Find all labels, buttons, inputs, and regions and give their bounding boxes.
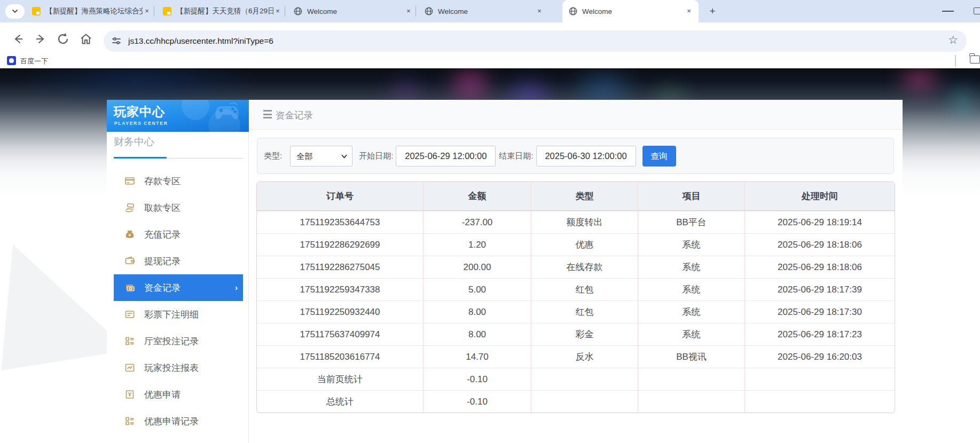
- table-cell: 1751192286292699: [257, 234, 423, 256]
- browser-tab-3[interactable]: Welcome×: [287, 0, 418, 22]
- bookmarks-folder-icon[interactable]: [970, 56, 980, 64]
- table-cell: 系统: [638, 234, 744, 256]
- tab-close-icon[interactable]: ×: [143, 7, 151, 15]
- sidebar-item-取款专区[interactable]: 取款专区: [114, 194, 243, 221]
- moneybag-icon: ¥: [125, 230, 135, 239]
- tab-divider: [415, 6, 416, 17]
- sidebar-item-label: 存款专区: [144, 175, 181, 187]
- table-cell: BB平台: [638, 211, 744, 233]
- table-row: 17511922862926991.20优惠系统2025-06-29 18:18…: [257, 233, 895, 256]
- reload-button[interactable]: [55, 31, 71, 47]
- sidebar-item-label: 玩家投注报表: [144, 362, 199, 374]
- forum-favicon: [163, 7, 171, 15]
- table-row: 17511756374099748.00彩金系统2025-06-29 18:17…: [257, 323, 895, 345]
- bookmarks-separator: [955, 55, 956, 67]
- tab-close-icon[interactable]: ×: [535, 7, 544, 15]
- sidebar-item-玩家投注报表[interactable]: 玩家投注报表: [114, 354, 243, 381]
- sidebar-subtitle: PLAYERS CENTER: [114, 121, 168, 126]
- back-button[interactable]: [9, 31, 25, 47]
- table-cell: 额度转出: [531, 211, 638, 233]
- tab-search-chevron-button[interactable]: [5, 4, 25, 19]
- globe-favicon: [425, 7, 433, 15]
- table-cell: 在线存款: [531, 256, 638, 278]
- browser-tab-2[interactable]: 【新提醒】天天竞猜（6月29日×: [156, 0, 287, 22]
- table-cell: 1751185203616774: [257, 346, 423, 368]
- select-chevron-icon: [341, 154, 347, 159]
- bookmark-star-icon[interactable]: ☆: [948, 34, 958, 46]
- table-cell: 2025-06-29 18:17:39: [744, 279, 895, 300]
- sidebar-section-label: 财务中心: [114, 135, 154, 149]
- list-grid-icon: [125, 336, 135, 346]
- sidebar-item-label: 彩票下注明细: [144, 308, 199, 321]
- chevron-right-icon: ›: [235, 283, 238, 292]
- sidebar-item-优惠申请记录[interactable]: 优惠申请记录: [114, 408, 243, 434]
- window-minimize-button[interactable]: [942, 11, 954, 12]
- table-cell: 1751175637409974: [257, 323, 423, 345]
- type-select[interactable]: 全部: [290, 146, 352, 167]
- table-row: 当前页统计-0.10: [257, 368, 895, 390]
- window-maximize-button[interactable]: [974, 7, 980, 14]
- start-date-label: 开始日期:: [359, 151, 393, 161]
- content-title-bar: 资金记录: [249, 100, 903, 130]
- start-date-input[interactable]: 2025-06-29 12:00:00: [396, 146, 496, 167]
- table-cell: -0.10: [423, 391, 531, 413]
- site-info-icon[interactable]: [112, 36, 122, 46]
- table-row: 总统计-0.10: [257, 390, 895, 413]
- tab-divider: [154, 6, 154, 17]
- end-date-input[interactable]: 2025-06-30 12:00:00: [536, 146, 636, 167]
- type-label: 类型:: [264, 151, 282, 161]
- browser-tab-5[interactable]: Welcome×: [562, 0, 699, 22]
- tab-close-icon[interactable]: ×: [685, 7, 693, 15]
- sidebar-item-优惠申请[interactable]: 优惠申请: [114, 381, 243, 408]
- browser-tab-4[interactable]: Welcome×: [418, 0, 549, 22]
- url-omnibox[interactable]: js13.cc/hhcp/usercenter.html?iniType=6 ☆: [104, 30, 967, 52]
- browser-tab-1[interactable]: 【新提醒】海燕策略论坛综合交×: [26, 0, 156, 22]
- new-tab-button[interactable]: +: [706, 5, 719, 18]
- sidebar-item-厅室投注记录[interactable]: 厅室投注记录: [114, 328, 243, 354]
- home-button[interactable]: [78, 31, 94, 47]
- search-button[interactable]: 查询: [642, 146, 676, 167]
- sidebar-item-提现记录[interactable]: 提现记录: [114, 248, 243, 274]
- sidebar-item-存款专区[interactable]: 存款专区: [114, 168, 243, 194]
- sidebar-banner: 玩家中心 PLAYERS CENTER: [107, 100, 249, 132]
- tab-title: Welcome: [582, 7, 685, 15]
- table-row: 17511922509324408.00红包系统2025-06-29 18:17…: [257, 300, 895, 323]
- table-cell: 2025-06-29 18:18:06: [744, 256, 895, 278]
- tab-close-icon[interactable]: ×: [404, 7, 413, 15]
- player-center-panel: 玩家中心 PLAYERS CENTER 财务中心 存款专区取款专区¥充值记录提现…: [107, 100, 903, 443]
- sidebar-item-label: 提现记录: [144, 255, 181, 267]
- table-cell: 反水: [531, 346, 638, 368]
- sidebar-menu: 存款专区取款专区¥充值记录提现记录资金记录›彩票下注明细厅室投注记录玩家投注报表…: [114, 168, 243, 434]
- forum-favicon: [32, 7, 41, 15]
- sidebar: 玩家中心 PLAYERS CENTER 财务中心 存款专区取款专区¥充值记录提现…: [107, 100, 249, 443]
- report-chart-icon: [125, 363, 135, 373]
- globe-favicon: [294, 7, 302, 15]
- web-page: 玩家中心 PLAYERS CENTER 财务中心 存款专区取款专区¥充值记录提现…: [0, 68, 980, 443]
- table-cell: 2025-06-29 16:20:03: [744, 346, 895, 368]
- sidebar-item-label: 优惠申请记录: [144, 415, 199, 428]
- tab-close-icon[interactable]: ×: [273, 7, 282, 15]
- table-cell: 1751192353644753: [257, 211, 423, 233]
- table-cell: 优惠: [531, 234, 638, 256]
- sidebar-item-充值记录[interactable]: ¥充值记录: [114, 221, 243, 248]
- sidebar-item-彩票下注明细[interactable]: 彩票下注明细: [114, 301, 243, 328]
- table-cell: [744, 368, 895, 390]
- hamburger-icon: [263, 110, 274, 118]
- funds-icon: [125, 283, 135, 292]
- list-doc-icon: [125, 310, 135, 319]
- table-cell: 1.20: [423, 234, 531, 256]
- bookmark-baidu[interactable]: 百度一下: [20, 57, 48, 66]
- sidebar-item-资金记录[interactable]: 资金记录›: [114, 274, 243, 301]
- tab-title: 【新提醒】海燕策略论坛综合交: [45, 6, 143, 16]
- table-cell: -0.10: [423, 368, 531, 390]
- browser-tab-strip: 【新提醒】海燕策略论坛综合交×【新提醒】天天竞猜（6月29日×Welcome×W…: [0, 0, 980, 22]
- table-cell: 系统: [638, 301, 744, 323]
- end-date-label: 结束日期:: [499, 151, 533, 161]
- column-header: 项目: [638, 182, 744, 210]
- deposit-card-icon: [125, 176, 135, 186]
- sidebar-item-label: 优惠申请: [144, 389, 181, 401]
- forward-button[interactable]: [34, 31, 50, 47]
- table-cell: [744, 391, 895, 413]
- table-cell: [638, 391, 744, 413]
- table-header-row: 订单号金额类型项目处理时间: [257, 182, 895, 211]
